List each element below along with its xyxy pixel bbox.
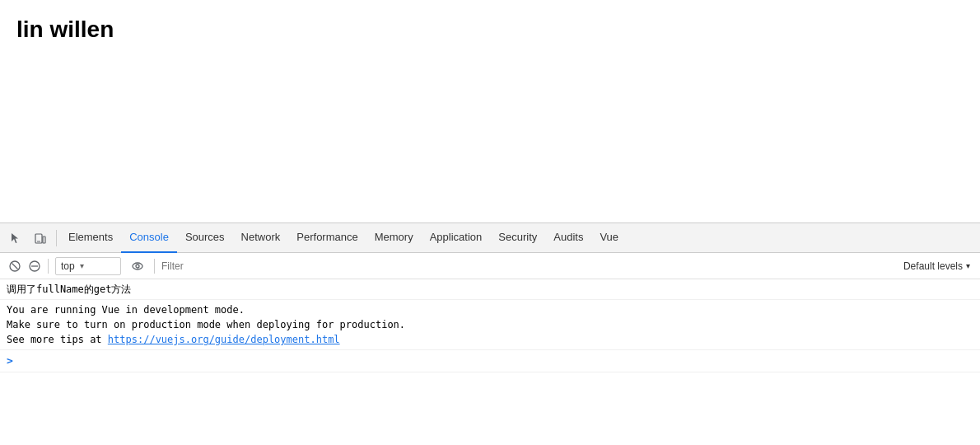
tab-vue[interactable]: Vue [591, 223, 627, 253]
tab-performance[interactable]: Performance [288, 223, 366, 253]
page-content: lin willen Elements [0, 0, 980, 445]
eye-btn[interactable] [128, 256, 147, 276]
devtools-toolbar: top ▾ Default levels ▾ [0, 253, 980, 279]
console-text-1: 调用了fullName的get方法 [7, 282, 131, 297]
tab-sources[interactable]: Sources [177, 223, 233, 253]
vue-link[interactable]: https://vuejs.org/guide/deployment.html [108, 334, 340, 345]
tab-audits[interactable]: Audits [545, 223, 591, 253]
tab-memory[interactable]: Memory [366, 223, 422, 253]
svg-line-4 [12, 263, 18, 269]
console-line-2: You are running Vue in development mode.… [0, 300, 980, 350]
tab-network[interactable]: Network [233, 223, 289, 253]
tab-console[interactable]: Console [121, 223, 177, 253]
svg-point-8 [136, 265, 139, 268]
prompt-arrow-icon: > [7, 353, 13, 369]
device-toggle-btn[interactable] [29, 227, 52, 250]
default-levels-arrow-icon: ▾ [966, 261, 970, 270]
clear-console-btn[interactable] [5, 256, 25, 276]
main-page: lin willen [0, 0, 980, 222]
context-arrow-icon: ▾ [80, 261, 84, 270]
svg-point-7 [133, 263, 142, 269]
block-icon-btn[interactable] [25, 256, 44, 276]
context-selector[interactable]: top ▾ [55, 257, 121, 275]
svg-rect-1 [43, 237, 45, 243]
devtools-panel: Elements Console Sources Network Perform… [0, 222, 980, 445]
default-levels-dropdown[interactable]: Default levels ▾ [898, 259, 975, 274]
tab-elements[interactable]: Elements [60, 223, 121, 253]
tab-security[interactable]: Security [490, 223, 545, 253]
console-line-1: 调用了fullName的get方法 [0, 279, 980, 300]
console-output: 调用了fullName的get方法 You are running Vue in… [0, 279, 980, 445]
toolbar-separator-1 [48, 259, 49, 274]
devtools-tabs: Elements Console Sources Network Perform… [0, 223, 980, 253]
cursor-icon-btn[interactable] [4, 227, 27, 250]
filter-input[interactable] [158, 259, 898, 274]
console-prompt-line: > [0, 350, 980, 372]
toolbar-separator-2 [154, 259, 155, 274]
console-text-2: You are running Vue in development mode.… [7, 302, 405, 347]
tab-application[interactable]: Application [422, 223, 491, 253]
tab-separator-1 [56, 230, 57, 246]
page-title: lin willen [16, 16, 964, 43]
